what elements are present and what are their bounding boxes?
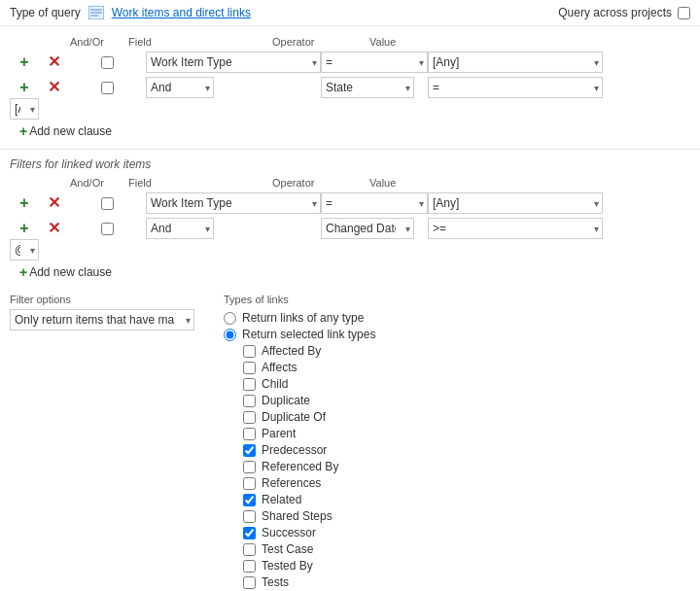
linked-op-select-wrapper-2[interactable]: >= = <=	[428, 218, 603, 239]
linked-val-select-2[interactable]: @Today - 60	[10, 239, 39, 261]
linked-row1-checkbox[interactable]	[101, 197, 114, 210]
linked-remove-row-button-2[interactable]: ✕	[46, 221, 62, 236]
list-item: Affects	[243, 361, 690, 374]
linked-checkbox-cell-1	[68, 197, 146, 210]
list-item: Tested By	[243, 559, 690, 573]
linked-field-select-wrapper-1[interactable]: Work Item Type	[146, 192, 321, 214]
op-select-wrapper-2[interactable]: =	[428, 77, 603, 98]
val-select-1[interactable]: [Any]	[428, 52, 603, 73]
linked-header-operator: Operator	[175, 177, 350, 189]
label-affected-by[interactable]: Affected By	[262, 344, 321, 358]
row1-checkbox[interactable]	[101, 56, 114, 69]
checkbox-tests[interactable]	[243, 576, 256, 589]
linked-val-select-wrapper-2[interactable]: @Today - 60	[10, 239, 39, 261]
linked-remove-btn-cell-1: ✕	[39, 195, 68, 211]
checkbox-cell-1	[68, 56, 146, 69]
linked-filter-row-1: + ✕ Work Item Type = [Any]	[10, 191, 690, 216]
list-item: Predecessor	[243, 443, 690, 457]
label-tested-by[interactable]: Tested By	[262, 559, 313, 573]
add-row-button-2[interactable]: +	[18, 80, 30, 95]
link-types-list: Affected By Affects Child Duplicate Dupl…	[243, 344, 690, 589]
linked-op-select-wrapper-1[interactable]: =	[321, 192, 428, 214]
list-item: Child	[243, 377, 690, 391]
checkbox-affects[interactable]	[243, 362, 256, 374]
linked-andor-select-2[interactable]: And Or	[146, 218, 214, 239]
checkbox-duplicate-of[interactable]	[243, 411, 256, 424]
radio-any-type-label[interactable]: Return links of any type	[242, 311, 364, 325]
checkbox-predecessor[interactable]	[243, 444, 256, 457]
linked-remove-row-button-1[interactable]: ✕	[46, 195, 62, 211]
filter-options-select-wrapper[interactable]: Only return items that have matching lin…	[10, 309, 194, 330]
label-duplicate-of[interactable]: Duplicate Of	[262, 410, 326, 424]
linked-field-select-2[interactable]: Changed Date	[321, 218, 414, 239]
checkbox-referenced-by[interactable]	[243, 461, 256, 473]
linked-op-select-2[interactable]: >= = <=	[428, 218, 603, 239]
radio-any-type[interactable]	[224, 312, 236, 325]
remove-btn-cell-2: ✕	[39, 80, 68, 95]
label-successor[interactable]: Successor	[262, 526, 316, 539]
label-predecessor[interactable]: Predecessor	[262, 443, 327, 457]
add-clause-main[interactable]: + Add new clause	[10, 122, 690, 141]
label-test-case[interactable]: Test Case	[262, 542, 313, 556]
checkbox-shared-steps[interactable]	[243, 510, 256, 523]
main-filters-header: And/Or Field Operator Value	[10, 34, 690, 50]
linked-op-select-1[interactable]: =	[321, 192, 428, 214]
add-row-button-1[interactable]: +	[18, 54, 30, 70]
checkbox-affected-by[interactable]	[243, 345, 256, 358]
linked-field-select-1[interactable]: Work Item Type	[146, 192, 321, 214]
field-select-wrapper-2[interactable]: State	[321, 77, 414, 98]
label-affects[interactable]: Affects	[262, 361, 297, 374]
list-item: Shared Steps	[243, 509, 690, 523]
val-select-wrapper-2[interactable]: [Any]	[10, 98, 39, 120]
query-across-projects-checkbox[interactable]	[678, 7, 690, 19]
andor-select-wrapper-2[interactable]: And Or	[146, 77, 214, 98]
checkbox-child[interactable]	[243, 378, 256, 391]
checkbox-duplicate[interactable]	[243, 395, 256, 407]
field-select-1[interactable]: Work Item Type	[146, 52, 321, 73]
val-select-wrapper-1[interactable]: [Any]	[428, 52, 603, 73]
add-clause-label: Add new clause	[29, 124, 112, 138]
remove-row-button-1[interactable]: ✕	[46, 54, 62, 70]
linked-add-row-button-1[interactable]: +	[18, 195, 30, 211]
label-tests[interactable]: Tests	[262, 575, 289, 589]
row2-checkbox[interactable]	[101, 82, 114, 94]
linked-val-select-1[interactable]: [Any]	[428, 192, 603, 214]
checkbox-related[interactable]	[243, 494, 256, 506]
radio-selected-types[interactable]	[224, 329, 236, 341]
val-select-2[interactable]: [Any]	[10, 98, 39, 120]
op-select-2[interactable]: =	[428, 77, 603, 98]
linked-field-select-wrapper-2[interactable]: Changed Date	[321, 218, 414, 239]
label-references[interactable]: References	[262, 476, 321, 490]
linked-add-row-button-2[interactable]: +	[18, 221, 30, 236]
link-option-any-type: Return links of any type	[224, 311, 690, 325]
label-related[interactable]: Related	[262, 493, 301, 506]
label-shared-steps[interactable]: Shared Steps	[262, 509, 332, 523]
op-select-wrapper-1[interactable]: =	[321, 52, 428, 73]
label-referenced-by[interactable]: Referenced By	[262, 460, 338, 473]
field-select-2[interactable]: State	[321, 77, 414, 98]
add-clause-linked[interactable]: + Add new clause	[10, 262, 690, 282]
linked-header-field: Field	[97, 177, 175, 189]
checkbox-references[interactable]	[243, 477, 256, 490]
query-across-projects-label: Query across projects	[558, 6, 672, 19]
checkbox-successor[interactable]	[243, 527, 256, 539]
add-btn-cell-2: +	[10, 80, 39, 95]
list-item: Tests	[243, 575, 690, 589]
remove-row-button-2[interactable]: ✕	[46, 80, 62, 95]
linked-andor-select-wrapper-2[interactable]: And Or	[146, 218, 214, 239]
radio-selected-types-label[interactable]: Return selected link types	[242, 328, 375, 341]
label-child[interactable]: Child	[262, 377, 288, 391]
checkbox-test-case[interactable]	[243, 543, 256, 556]
label-duplicate[interactable]: Duplicate	[262, 394, 310, 407]
remove-btn-cell-1: ✕	[39, 54, 68, 70]
field-select-wrapper-1[interactable]: Work Item Type	[146, 52, 321, 73]
andor-select-2[interactable]: And Or	[146, 77, 214, 98]
label-parent[interactable]: Parent	[262, 427, 296, 440]
query-type-icon	[87, 6, 106, 19]
checkbox-parent[interactable]	[243, 428, 256, 440]
op-select-1[interactable]: =	[321, 52, 428, 73]
linked-row2-checkbox[interactable]	[101, 223, 114, 235]
linked-val-select-wrapper-1[interactable]: [Any]	[428, 192, 603, 214]
filter-options-select[interactable]: Only return items that have matching lin…	[10, 309, 194, 330]
checkbox-tested-by[interactable]	[243, 560, 256, 573]
